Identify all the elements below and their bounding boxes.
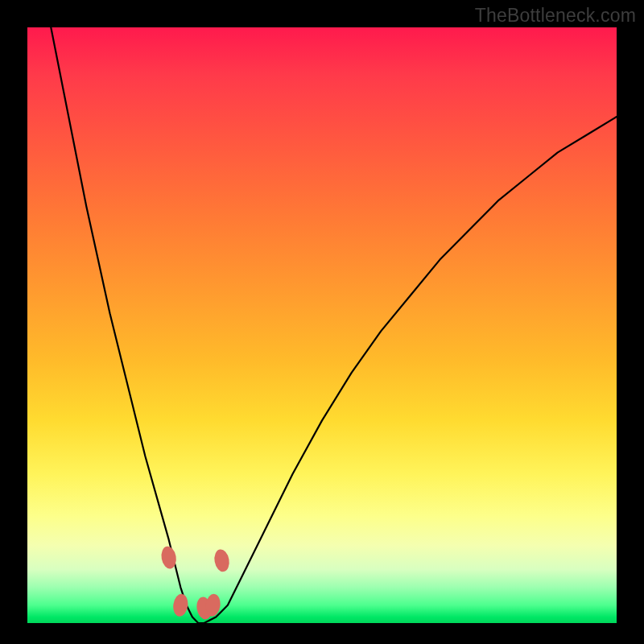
chart-svg [27,27,617,623]
plot-area [27,27,617,623]
bottleneck-curve-path [51,27,617,623]
curve-marker [213,548,231,573]
curve-marker [171,593,189,617]
curve-line [51,27,617,623]
watermark-text: TheBottleneck.com [475,5,636,27]
marker-group [159,545,230,621]
chart-frame: TheBottleneck.com [0,0,644,644]
